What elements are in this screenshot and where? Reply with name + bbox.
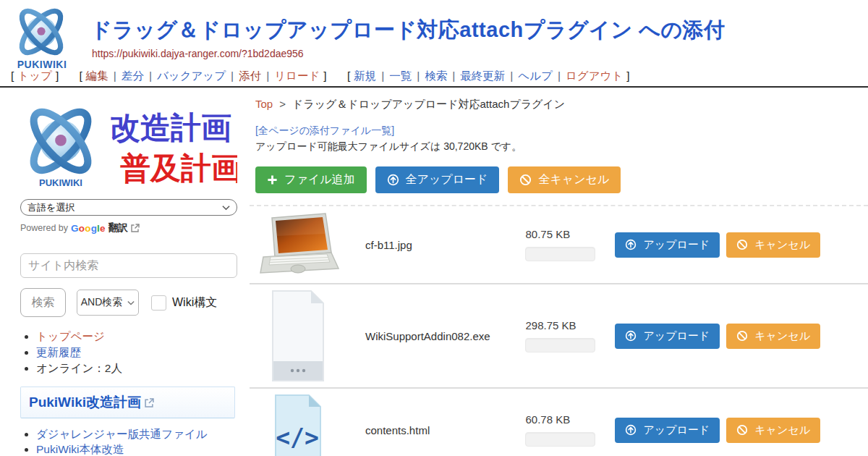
plus-icon [267,174,278,185]
google-brand-letter: o [85,223,90,234]
file-row: </> cf-b11.jpg 80.75 KB アップロード [250,206,868,284]
powered-by-google: Powered by Google 翻訳 [20,221,250,235]
cancel-all-button[interactable]: 全キャンセル [508,166,621,193]
page-url[interactable]: https://pukiwiki.dajya-ranger.com/?1bd2d… [92,48,304,59]
nav-link[interactable]: 差分 [122,69,144,82]
list-item: 更新履歴 [36,345,250,360]
sidebar-section-heading[interactable]: PukiWiki改造計画 [20,387,235,418]
nav-separator: | [381,69,384,82]
sidebar-links: ダジャレンジャー版共通ファイルPukiWiki本体改造PukiWikiテキスト表… [20,427,241,456]
file-row: </> contents.html 60.78 KB アップロード [250,389,868,456]
bracket: ] [56,69,59,82]
nav-link[interactable]: 編集 [86,69,109,82]
pukiwiki-logo: PUKIWIKI [9,3,80,71]
file-actions: アップロード キャンセル [615,232,820,258]
nav-link[interactable]: バックアップ [157,69,226,82]
upload-button[interactable]: アップロード [615,418,720,443]
search-button[interactable]: 検索 [20,288,66,317]
google-brand-letter: o [79,223,85,234]
search-controls: 検索 AND検索 Wiki構文 [20,288,250,317]
language-select[interactable]: 言語を選択 [20,199,237,216]
upload-button[interactable]: アップロード [615,232,720,258]
external-link-icon [145,398,154,408]
upload-all-button[interactable]: 全アップロード [375,166,500,193]
main-content: Top>ドラッグ＆ドロップアップロード対応attachプラグイン [全ページの添… [250,89,868,456]
file-meta: 80.75 KB [525,228,606,261]
cancel-button[interactable]: キャンセル [726,324,820,349]
cancel-button[interactable]: キャンセル [726,232,820,258]
logo-line2: 普及計画 [120,151,237,185]
translate-label[interactable]: 翻訳 [109,221,128,235]
file-icon-html: </> [275,394,321,456]
ban-icon [519,174,532,186]
ban-icon [736,330,748,342]
logo-line1: 改造計画 [110,111,231,145]
nav-link[interactable]: 一覧 [389,69,412,82]
file-size: 60.78 KB [525,413,606,426]
upload-label: アップロード [643,238,710,252]
external-link-icon [131,224,140,232]
page-title: ドラッグ＆ドロップアップロード対応attachプラグイン への添付 [90,16,726,45]
nav-separator: | [510,69,513,82]
nav-link[interactable]: 添付 [239,69,261,82]
nav-link[interactable]: ログアウト [566,69,623,82]
sidebar-quick-link: トップページ [36,330,105,342]
top-nav: [トップ] [編集|差分|バックアップ|添付|リロード] [新規|一覧|検索|最… [7,69,644,84]
list-item: オンライン：2人 [36,360,250,376]
wiki-syntax-label: Wiki構文 [172,295,217,311]
file-icon-cell: </> [252,290,344,381]
breadcrumb: Top>ドラッグ＆ドロップアップロード対応attachプラグイン [255,98,868,111]
file-drop-zone[interactable]: </> cf-b11.jpg 80.75 KB アップロード [250,205,868,456]
google-brand-letter: e [100,223,106,234]
add-files-button[interactable]: ファイル追加 [255,166,367,193]
sidebar-quick-link: オンライン：2人 [36,362,122,374]
nav-separator: | [114,69,116,82]
chevron-down-icon [127,300,135,305]
nav-separator: | [452,69,455,82]
nav-link[interactable]: ヘルプ [518,69,553,82]
arrow-up-circle-icon [625,330,637,342]
progress-bar [525,432,595,447]
file-meta: 60.78 KB [525,413,606,447]
sidebar-site-logo: PUKIWIKI 改造計画 普及計画 [20,99,237,190]
wiki-syntax-checkbox[interactable] [151,295,166,311]
page-header: PUKIWIKI ドラッグ＆ドロップアップロード対応attachプラグイン への… [0,0,868,88]
nav-separator: | [417,69,420,82]
list-item: PukiWiki本体改造 [36,442,241,456]
upload-button[interactable]: アップロード [615,324,720,349]
breadcrumb-home-link[interactable]: Top [255,98,273,110]
upload-toolbar: ファイル追加 全アップロード 全キャンセル [255,166,868,193]
code-glyph: </> [276,423,319,452]
nav-separator: | [266,69,269,82]
site-search-input[interactable] [20,253,237,278]
bracket: [ [80,69,82,82]
nav-link[interactable]: 新規 [354,69,376,82]
cancel-button[interactable]: キャンセル [726,418,820,443]
breadcrumb-separator: > [279,98,286,110]
sidebar: PUKIWIKI 改造計画 普及計画 言語を選択 Powered by Goog… [0,89,250,456]
file-icon-cell: </> [252,212,344,277]
cancel-label: キャンセル [754,329,810,343]
all-attachments-link[interactable]: [全ページの添付ファイル一覧] [255,124,394,138]
nav-link[interactable]: 検索 [425,69,447,82]
sidebar-link[interactable]: PukiWiki本体改造 [36,443,124,455]
search-mode-value: AND検索 [81,296,123,309]
breadcrumb-current: ドラッグ＆ドロップアップロード対応attachプラグイン [292,98,565,110]
sidebar-quick-link: 更新履歴 [36,346,81,358]
cancel-all-label: 全キャンセル [538,172,609,187]
nav-group-site: [新規|一覧|検索|最終更新|ヘルプ|ログアウト] [344,69,634,82]
nav-group-home: [トップ] [7,69,62,82]
cancel-label: キャンセル [754,238,810,252]
google-brand-letter: g [91,223,97,234]
bracket: [ [347,69,350,82]
sidebar-link[interactable]: ダジャレンジャー版共通ファイル [36,428,208,440]
ban-icon [736,239,748,250]
arrow-up-circle-icon [625,239,637,250]
file-name: contents.html [344,424,525,436]
search-mode-select[interactable]: AND検索 [77,290,139,316]
nav-link[interactable]: リロード [274,69,320,82]
file-icon-generic [272,290,324,381]
nav-link[interactable]: 最終更新 [460,69,505,82]
nav-link[interactable]: トップ [17,69,52,82]
language-select-value: 言語を選択 [27,201,75,214]
